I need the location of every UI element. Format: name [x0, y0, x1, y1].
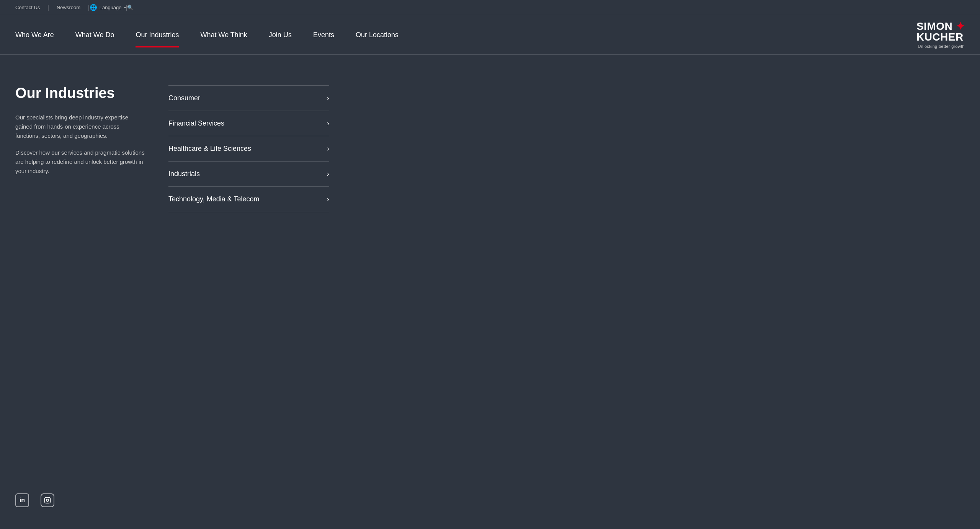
logo-text: SIMON ✦KUCHER	[916, 21, 965, 42]
newsroom-link[interactable]: Newsroom	[49, 5, 88, 10]
svg-point-2	[49, 498, 49, 499]
industry-label-healthcare: Healthcare & Life Sciences	[168, 145, 251, 153]
industry-link-consumer[interactable]: Consumer ›	[168, 86, 329, 111]
nav-what-we-do[interactable]: What We Do	[65, 23, 125, 47]
chevron-right-icon-consumer: ›	[327, 94, 329, 102]
chevron-right-icon-financial-services: ›	[327, 119, 329, 127]
svg-rect-0	[45, 498, 51, 503]
language-selector[interactable]: 🌐 Language ▾	[90, 4, 126, 11]
industry-item-industrials[interactable]: Industrials ›	[168, 161, 329, 186]
search-button[interactable]: 🔍	[127, 5, 133, 10]
nav-who-we-are[interactable]: Who We Are	[15, 23, 65, 47]
nav-items: Who We Are What We Do Our Industries Wha…	[15, 23, 916, 47]
logo-tagline: Unlocking better growth	[918, 44, 965, 49]
language-label: Language	[100, 5, 122, 10]
main-content: Our Industries Our specialists bring dee…	[0, 55, 980, 529]
top-bar: Contact Us | Newsroom | 🌐 Language ▾ | 🔍	[0, 0, 980, 15]
instagram-icon[interactable]	[41, 493, 54, 507]
industry-item-consumer[interactable]: Consumer ›	[168, 85, 329, 111]
search-icon: 🔍	[127, 5, 133, 10]
industry-label-technology: Technology, Media & Telecom	[168, 195, 259, 203]
industry-link-technology[interactable]: Technology, Media & Telecom ›	[168, 187, 329, 212]
page-description-1: Our specialists bring deep industry expe…	[15, 113, 145, 140]
svg-point-1	[46, 499, 49, 501]
chevron-right-icon-healthcare: ›	[327, 145, 329, 153]
chevron-right-icon-industrials: ›	[327, 170, 329, 178]
nav-join-us[interactable]: Join Us	[258, 23, 302, 47]
linkedin-icon[interactable]: in	[15, 493, 29, 507]
page-title: Our Industries	[15, 85, 145, 101]
industry-label-consumer: Consumer	[168, 94, 200, 102]
right-panel: Consumer › Financial Services › Healthca…	[168, 85, 329, 212]
industry-label-industrials: Industrials	[168, 170, 200, 178]
main-nav: Who We Are What We Do Our Industries Wha…	[0, 15, 980, 55]
industry-label-financial-services: Financial Services	[168, 119, 224, 127]
left-panel: Our Industries Our specialists bring dee…	[15, 85, 145, 212]
industry-list: Consumer › Financial Services › Healthca…	[168, 85, 329, 212]
logo: SIMON ✦KUCHER Unlocking better growth	[916, 15, 965, 54]
industry-link-financial-services[interactable]: Financial Services ›	[168, 111, 329, 136]
contact-us-link[interactable]: Contact Us	[15, 5, 47, 10]
nav-our-locations[interactable]: Our Locations	[345, 23, 409, 47]
globe-icon: 🌐	[90, 4, 97, 11]
nav-events[interactable]: Events	[302, 23, 345, 47]
industry-link-healthcare[interactable]: Healthcare & Life Sciences ›	[168, 136, 329, 161]
industry-item-financial-services[interactable]: Financial Services ›	[168, 111, 329, 136]
nav-our-industries[interactable]: Our Industries	[125, 23, 189, 47]
page-wrapper: Our Industries Our specialists bring dee…	[0, 55, 980, 529]
chevron-right-icon-technology: ›	[327, 195, 329, 203]
industry-item-healthcare[interactable]: Healthcare & Life Sciences ›	[168, 136, 329, 161]
industry-item-technology[interactable]: Technology, Media & Telecom ›	[168, 186, 329, 212]
content-area: Our Industries Our specialists bring dee…	[0, 55, 345, 243]
nav-what-we-think[interactable]: What We Think	[189, 23, 258, 47]
footer-social: in	[0, 478, 70, 522]
page-description-2: Discover how our services and pragmatic …	[15, 148, 145, 176]
industry-link-industrials[interactable]: Industrials ›	[168, 162, 329, 186]
